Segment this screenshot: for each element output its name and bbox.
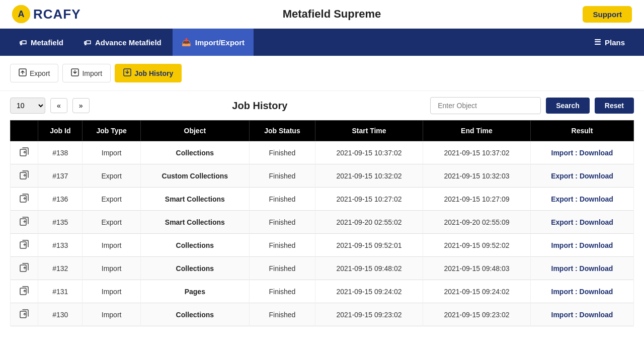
table-row: #136 Export Smart Collections Finished 2… <box>11 188 634 211</box>
row-job-id: #131 <box>38 280 83 303</box>
export-button[interactable]: Export <box>10 64 58 82</box>
nav-label-metafield: Metafield <box>31 38 63 47</box>
row-status: Finished <box>249 211 315 234</box>
nav-item-import-export[interactable]: 📥 Import/Export <box>173 29 254 56</box>
row-result: Import : Download <box>530 257 633 280</box>
row-end-time: 2021-09-15 09:52:02 <box>423 234 530 257</box>
support-button[interactable]: Support <box>583 6 632 23</box>
row-start-time: 2021-09-15 09:23:02 <box>315 303 423 326</box>
result-label: Import : <box>551 288 580 296</box>
page-size-select[interactable]: 10 25 50 100 <box>10 98 45 114</box>
result-download-link[interactable]: Download <box>580 172 613 180</box>
row-end-time: 2021-09-15 09:24:02 <box>423 280 530 303</box>
col-result: Result <box>530 121 633 141</box>
row-job-id: #130 <box>38 303 83 326</box>
nav-label-advance-metafield: Advance Metafield <box>95 38 162 47</box>
table-container: Job Id Job Type Object Job Status Start … <box>0 120 644 336</box>
result-label: Export : <box>551 218 580 226</box>
row-action-icon[interactable] <box>20 147 29 158</box>
row-action-icon[interactable] <box>20 240 29 250</box>
import-button[interactable]: Import <box>62 64 111 82</box>
row-action-icon[interactable] <box>20 286 29 297</box>
row-start-time: 2021-09-15 10:37:02 <box>315 141 423 164</box>
col-start-time: Start Time <box>315 121 423 141</box>
search-input[interactable] <box>430 97 541 114</box>
next-page-button[interactable]: » <box>72 98 90 113</box>
row-icon-cell[interactable] <box>11 141 38 164</box>
result-label: Import : <box>551 149 580 157</box>
row-job-id: #138 <box>38 141 83 164</box>
result-download-link[interactable]: Download <box>580 241 613 249</box>
logo-icon: A <box>12 5 30 23</box>
col-job-type: Job Type <box>83 121 140 141</box>
table-row: #131 Import Pages Finished 2021-09-15 09… <box>11 280 634 303</box>
job-history-button[interactable]: Job History <box>115 64 182 82</box>
result-label: Import : <box>551 311 580 319</box>
row-result: Import : Download <box>530 303 633 326</box>
reset-button[interactable]: Reset <box>595 98 634 114</box>
export-icon <box>19 68 27 78</box>
svg-rect-10 <box>20 265 26 272</box>
row-start-time: 2021-09-15 10:32:02 <box>315 164 423 188</box>
nav-item-advance-metafield[interactable]: 🏷 Advance Metafield <box>74 29 171 56</box>
app-title: Metafield Supreme <box>283 8 381 21</box>
row-action-icon[interactable] <box>20 263 29 274</box>
row-object: Collections <box>140 234 249 257</box>
row-start-time: 2021-09-20 02:55:02 <box>315 211 423 234</box>
result-download-link[interactable]: Download <box>580 288 613 296</box>
table-title: Job History <box>95 100 426 112</box>
row-job-id: #132 <box>38 257 83 280</box>
top-header: A RCAFY Metafield Supreme Support <box>0 0 644 29</box>
row-job-id: #133 <box>38 234 83 257</box>
nav-bar: 🏷 Metafield 🏷 Advance Metafield 📥 Import… <box>0 29 644 56</box>
row-icon-cell[interactable] <box>11 280 38 303</box>
toolbar: Export Import Job History <box>0 56 644 91</box>
job-history-table: Job Id Job Type Object Job Status Start … <box>10 120 634 326</box>
row-icon-cell[interactable] <box>11 164 38 188</box>
controls-row: 10 25 50 100 « » Job History Search Rese… <box>0 91 644 120</box>
result-download-link[interactable]: Download <box>580 149 613 157</box>
row-action-icon[interactable] <box>20 217 29 227</box>
svg-text:A: A <box>18 9 25 19</box>
row-icon-cell[interactable] <box>11 303 38 326</box>
row-job-type: Import <box>83 141 140 164</box>
row-icon-cell[interactable] <box>11 234 38 257</box>
result-label: Import : <box>551 264 580 273</box>
row-start-time: 2021-09-15 09:24:02 <box>315 280 423 303</box>
result-download-link[interactable]: Download <box>580 218 613 226</box>
result-download-link[interactable]: Download <box>580 311 613 319</box>
nav-item-metafield[interactable]: 🏷 Metafield <box>10 29 72 56</box>
row-action-icon[interactable] <box>20 309 29 320</box>
prev-page-button[interactable]: « <box>50 98 67 113</box>
job-history-label: Job History <box>134 69 173 77</box>
row-result: Import : Download <box>530 234 633 257</box>
row-end-time: 2021-09-15 09:48:03 <box>423 257 530 280</box>
nav-item-plans[interactable]: ☰ Plans <box>585 29 634 56</box>
row-object: Collections <box>140 303 249 326</box>
result-download-link[interactable]: Download <box>580 264 613 273</box>
row-action-icon[interactable] <box>20 194 29 204</box>
result-download-link[interactable]: Download <box>580 195 613 203</box>
search-button[interactable]: Search <box>546 98 590 114</box>
svg-rect-8 <box>20 219 26 225</box>
row-icon-cell[interactable] <box>11 211 38 234</box>
row-job-type: Import <box>83 303 140 326</box>
row-start-time: 2021-09-15 10:27:02 <box>315 188 423 211</box>
row-end-time: 2021-09-15 10:37:02 <box>423 141 530 164</box>
table-row: #130 Import Collections Finished 2021-09… <box>11 303 634 326</box>
row-icon-cell[interactable] <box>11 257 38 280</box>
logo-text: RCAFY <box>33 7 81 22</box>
svg-rect-7 <box>20 196 26 202</box>
row-object: Collections <box>140 141 249 164</box>
svg-rect-11 <box>20 288 26 295</box>
svg-rect-12 <box>20 311 26 318</box>
col-end-time: End Time <box>423 121 530 141</box>
result-label: Export : <box>551 195 580 203</box>
row-icon-cell[interactable] <box>11 188 38 211</box>
col-job-status: Job Status <box>249 121 315 141</box>
table-row: #138 Import Collections Finished 2021-09… <box>11 141 634 164</box>
row-action-icon[interactable] <box>20 170 29 181</box>
import-export-icon: 📥 <box>182 38 191 47</box>
row-job-type: Import <box>83 280 140 303</box>
row-status: Finished <box>249 280 315 303</box>
